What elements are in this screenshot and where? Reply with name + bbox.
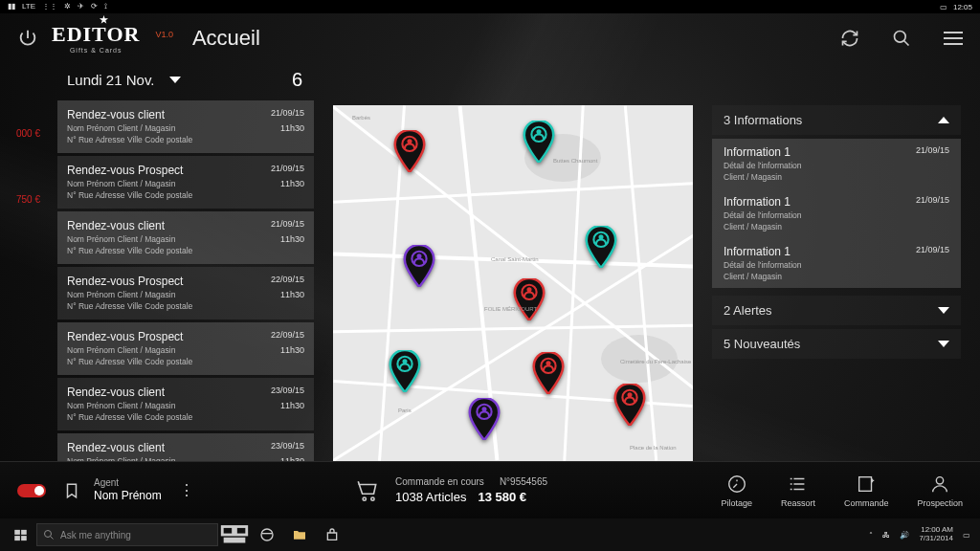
edge-icon[interactable]: [251, 518, 283, 551]
left-summary: 000 € 750 €: [0, 128, 40, 260]
section-informations[interactable]: 3 Informations: [712, 105, 961, 135]
map-label: Buttes Chaumont: [553, 158, 597, 164]
svg-rect-25: [21, 529, 27, 534]
svg-rect-29: [222, 527, 233, 536]
info-column: 3 Informations Information 1Détail de l'…: [712, 105, 961, 461]
map-label: FOLIE MÉRICOURT: [484, 306, 537, 312]
information-card[interactable]: Information 1Détail de l'informationClie…: [712, 188, 961, 238]
svg-point-28: [45, 531, 52, 538]
appointment-count: 6: [292, 69, 302, 91]
tray-volume-icon[interactable]: 🔊: [900, 531, 909, 540]
search-icon[interactable]: [892, 29, 911, 48]
wifi-icon: ⋮⋮: [42, 2, 57, 11]
menu-icon[interactable]: [944, 32, 963, 45]
chevron-down-icon: [169, 77, 181, 83]
svg-point-0: [895, 32, 906, 43]
record-toggle[interactable]: [17, 484, 46, 497]
refresh-icon[interactable]: [840, 29, 859, 48]
battery-icon: ▭: [940, 3, 947, 11]
svg-point-23: [937, 476, 944, 483]
tray-up-icon[interactable]: ˄: [869, 531, 873, 540]
map-label: Place de la Nation: [630, 445, 677, 451]
svg-rect-26: [14, 536, 20, 540]
map-pin[interactable]: [585, 226, 617, 268]
order-articles: 1038 Articles: [395, 490, 466, 504]
section-nouveautes[interactable]: 5 Nouveautés: [712, 329, 961, 359]
map-pin[interactable]: [513, 278, 546, 320]
svg-rect-30: [235, 527, 246, 536]
brand-logo: EDITOR Gifts & Cards: [52, 24, 140, 54]
information-card[interactable]: Information 1Détail de l'informationClie…: [712, 139, 961, 188]
agent-block[interactable]: Agent Nom Prénom: [94, 477, 162, 502]
action-commande[interactable]: Commande: [844, 474, 889, 508]
map-label: Canal Saint-Martin: [491, 256, 539, 262]
map-label: Cimetière du Père-Lachaise: [620, 359, 691, 364]
location-icon: ⟟: [104, 2, 107, 11]
svg-rect-31: [225, 539, 244, 541]
map-pin[interactable]: [613, 384, 646, 426]
signal-icon: ▮▮: [8, 2, 15, 11]
taskbar-clock[interactable]: 12:00 AM 7/31/2014: [919, 526, 953, 543]
taskbar-search[interactable]: Ask me anything: [36, 523, 218, 546]
map-pin[interactable]: [389, 350, 421, 392]
appointment-list: Rendez-vous clientNom Prénom Client / Ma…: [57, 100, 314, 461]
more-icon[interactable]: ⋮: [179, 481, 195, 499]
sync-icon: ⟳: [91, 2, 98, 11]
chevron-down-icon: [938, 341, 949, 347]
appointment-card[interactable]: Rendez-vous clientNom Prénom Client / Ma…: [57, 211, 314, 264]
appointment-card[interactable]: Rendez-vous ProspectNom Prénom Client / …: [57, 322, 314, 375]
appointment-card[interactable]: Rendez-vous ProspectNom Prénom Client / …: [57, 267, 314, 320]
date-selector[interactable]: Lundi 21 Nov. 6: [57, 63, 314, 100]
order-label: Commande en cours: [395, 476, 484, 487]
status-clock: 12:05: [953, 3, 972, 11]
map-label: Paris: [398, 408, 412, 413]
appointment-card[interactable]: Rendez-vous clientNom Prénom Client / Ma…: [57, 433, 314, 461]
cart-icon: [355, 478, 380, 503]
order-total: 13 580 €: [478, 490, 526, 504]
bluetooth-icon: ✲: [64, 2, 71, 11]
start-button[interactable]: [4, 518, 36, 551]
page-title: Accueil: [192, 26, 260, 51]
appointment-card[interactable]: Rendez-vous clientNom Prénom Client / Ma…: [57, 100, 314, 153]
store-icon[interactable]: [316, 518, 348, 551]
power-icon[interactable]: [17, 28, 38, 49]
map-view[interactable]: ParisCanal Saint-MartinBarbèsCimetière d…: [333, 105, 693, 461]
map-pin[interactable]: [523, 121, 555, 163]
order-summary[interactable]: Commande en cours N°9554565 1038 Article…: [355, 476, 547, 504]
map-pin[interactable]: [532, 352, 565, 394]
map-label: Barbès: [352, 115, 370, 121]
map-pin[interactable]: [393, 130, 426, 172]
notifications-icon[interactable]: ▭: [963, 531, 970, 540]
explorer-icon[interactable]: [283, 518, 316, 551]
map-pin[interactable]: [403, 245, 435, 287]
svg-rect-22: [859, 476, 872, 491]
appointments-column: Lundi 21 Nov. 6 Rendez-vous clientNom Pr…: [57, 63, 314, 461]
order-number: N°9554565: [500, 476, 547, 487]
date-label: Lundi 21 Nov.: [67, 72, 154, 88]
section-alertes[interactable]: 2 Alertes: [712, 296, 961, 325]
appointment-card[interactable]: Rendez-vous clientNom Prénom Client / Ma…: [57, 378, 314, 430]
map-pin[interactable]: [468, 398, 501, 440]
svg-rect-24: [14, 529, 20, 534]
bookmark-icon[interactable]: [63, 480, 80, 501]
map-panel: ParisCanal Saint-MartinBarbèsCimetière d…: [333, 105, 693, 461]
svg-rect-27: [21, 536, 27, 540]
svg-point-32: [261, 529, 273, 540]
action-pilotage[interactable]: Pilotage: [721, 474, 752, 508]
svg-point-20: [371, 497, 374, 500]
appointment-card[interactable]: Rendez-vous ProspectNom Prénom Client / …: [57, 156, 314, 209]
windows-taskbar: Ask me anything ˄ 🖧 🔊 12:00 AM 7/31/2014…: [0, 518, 980, 551]
task-view-icon[interactable]: [218, 518, 251, 551]
app-footer: Agent Nom Prénom ⋮ Commande en cours N°9…: [0, 461, 980, 518]
version-label: V1.0: [155, 30, 173, 39]
chevron-down-icon: [938, 307, 949, 314]
information-card[interactable]: Information 1Détail de l'informationClie…: [712, 238, 961, 288]
network-label: LTE: [22, 2, 35, 11]
tray-network-icon[interactable]: 🖧: [882, 531, 890, 540]
action-prospection[interactable]: Prospection: [917, 474, 963, 508]
action-reassort[interactable]: Reassort: [781, 474, 815, 508]
app-header: EDITOR Gifts & Cards V1.0 Accueil: [0, 13, 980, 63]
svg-point-19: [363, 497, 366, 500]
airplane-icon: ✈: [78, 2, 84, 11]
chevron-up-icon: [938, 117, 949, 123]
